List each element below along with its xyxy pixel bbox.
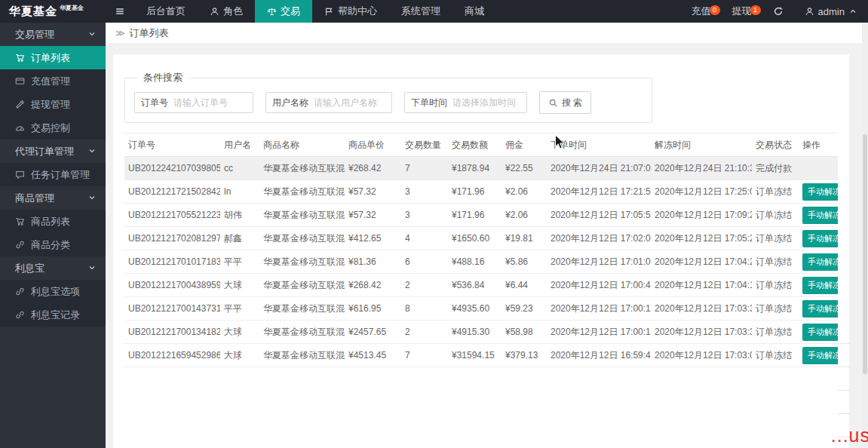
nav-item-label: 系统管理 bbox=[401, 5, 440, 18]
link-icon bbox=[15, 310, 25, 320]
sidebar-item-interest-options[interactable]: 利息宝选项 bbox=[0, 280, 106, 303]
cell-unfreeze-time: 2020年12月12日 17:03:03 bbox=[651, 344, 752, 367]
sidebar-item-label: 充值管理 bbox=[31, 75, 70, 88]
unfreeze-button[interactable]: 手动解冻 bbox=[802, 253, 838, 271]
unfreeze-button[interactable]: 手动解冻 bbox=[802, 347, 838, 364]
order-table-body: UB2012242107039805 cc 华夏基金移动互联混合 ¥268.42… bbox=[124, 157, 838, 367]
sidebar-item-product-list[interactable]: 商品列表 bbox=[0, 210, 106, 233]
cell-commission: ¥59.23 bbox=[501, 297, 547, 321]
user-icon bbox=[210, 7, 219, 17]
cell-amount: ¥1650.60 bbox=[448, 227, 501, 250]
sidebar-group-product-management[interactable]: 商品管理 bbox=[0, 186, 106, 210]
cell-amount: ¥4935.60 bbox=[448, 297, 501, 321]
sidebar-item-label: 提现管理 bbox=[31, 98, 70, 112]
sidebar-group-trade-management[interactable]: 交易管理 bbox=[0, 23, 106, 46]
cell-user: cc bbox=[220, 157, 259, 180]
unfreeze-button[interactable]: 手动解冻 bbox=[802, 183, 838, 201]
cell-commission: ¥58.98 bbox=[501, 321, 547, 344]
sidebar-item-order-list[interactable]: 订单列表 bbox=[0, 46, 106, 69]
cell-price: ¥268.42 bbox=[345, 274, 401, 297]
cart-icon bbox=[15, 53, 25, 63]
table-row[interactable]: UB2012121702081297 郝鑫 华夏基金移动互联混合 ¥412.65… bbox=[124, 227, 838, 250]
sidebar-group-agent-order-management[interactable]: 代理订单管理 bbox=[0, 140, 106, 163]
unfreeze-button[interactable]: 手动解冻 bbox=[802, 300, 838, 318]
unfreeze-button[interactable]: 手动解冻 bbox=[802, 277, 838, 294]
search-icon bbox=[548, 98, 558, 108]
chevron-down-icon bbox=[87, 193, 97, 202]
cell-order-no: UB2012242107039805 bbox=[124, 157, 220, 180]
nav-item-help[interactable]: 帮助中心 bbox=[312, 0, 389, 23]
cell-user: 郝鑫 bbox=[220, 227, 259, 250]
cell-status: 订单冻结 bbox=[752, 297, 799, 321]
cell-status: 订单冻结 bbox=[752, 227, 799, 250]
cell-product: 华夏基金移动互联混合 bbox=[259, 227, 345, 250]
nav-item-dashboard[interactable]: 后台首页 bbox=[134, 0, 198, 23]
table-row[interactable]: UB2012121700143731 平平 华夏基金移动互联混合 ¥616.95… bbox=[124, 297, 838, 321]
cell-action: 手动解冻 bbox=[799, 344, 838, 367]
table-row[interactable]: UB2012121700134182 大球 华夏基金移动互联混合 ¥2457.6… bbox=[124, 321, 838, 344]
cell-action: 手动解冻 bbox=[799, 227, 838, 250]
sidebar-group-label: 代理订单管理 bbox=[15, 146, 74, 157]
cell-qty: 6 bbox=[401, 250, 448, 274]
hamburger-icon[interactable] bbox=[106, 0, 134, 23]
nav-item-label: 角色 bbox=[223, 5, 243, 18]
table-border-fragment bbox=[838, 390, 850, 391]
sidebar-item-product-category[interactable]: 商品分类 bbox=[0, 233, 106, 256]
col-status: 交易状态 bbox=[752, 133, 799, 157]
username-field[interactable]: 用户名称 请输入用户名称 bbox=[265, 92, 392, 113]
cell-product: 华夏基金移动互联混合 bbox=[259, 250, 345, 274]
table-row[interactable]: UB2012121705521223 胡伟 华夏基金移动互联混合 ¥57.32 … bbox=[124, 204, 838, 227]
sidebar-item-trade-control[interactable]: 交易控制 bbox=[0, 116, 106, 140]
table-row[interactable]: UB2012121659452986 大球 华夏基金移动互联混合 ¥4513.4… bbox=[124, 344, 838, 367]
cell-product: 华夏基金移动互联混合 bbox=[259, 157, 345, 180]
unfreeze-button[interactable]: 手动解冻 bbox=[802, 324, 838, 341]
cell-amount: ¥536.84 bbox=[448, 274, 501, 297]
cell-price: ¥81.36 bbox=[345, 250, 401, 274]
table-row[interactable]: UB2012121700438959 大球 华夏基金移动互联混合 ¥268.42… bbox=[124, 274, 838, 297]
cell-order-no: UB2012121700134182 bbox=[124, 321, 220, 344]
refresh-icon bbox=[773, 6, 784, 17]
col-price: 商品单价 bbox=[345, 133, 401, 157]
nav-item-trade[interactable]: 交易 bbox=[255, 0, 312, 23]
sidebar-group-interest-treasure[interactable]: 利息宝 bbox=[0, 256, 106, 280]
chevron-down-icon bbox=[87, 29, 97, 38]
cell-user: 大球 bbox=[220, 274, 259, 297]
cell-unfreeze-time: 2020年12月12日 17:04:12 bbox=[651, 274, 752, 297]
sidebar-item-label: 利息宝记录 bbox=[31, 308, 80, 322]
sidebar-item-recharge-management[interactable]: 充值管理 bbox=[0, 69, 106, 93]
table-row[interactable]: UB2012242107039805 cc 华夏基金移动互联混合 ¥268.42… bbox=[124, 157, 838, 180]
cell-user: ln bbox=[220, 180, 259, 204]
scrollbar-track bbox=[862, 23, 868, 448]
col-order-time: 下单时间 bbox=[547, 133, 651, 157]
search-button[interactable]: 搜 索 bbox=[539, 91, 591, 114]
nav-item-system[interactable]: 系统管理 bbox=[389, 0, 452, 23]
unfreeze-button[interactable]: 手动解冻 bbox=[802, 207, 838, 224]
cell-status: 订单冻结 bbox=[752, 274, 799, 297]
nav-item-label: 后台首页 bbox=[146, 5, 186, 18]
table-row[interactable]: UB2012121721502842 ln 华夏基金移动互联混合 ¥57.32 … bbox=[124, 180, 838, 204]
table-row[interactable]: UB2012121701017183 平平 华夏基金移动互联混合 ¥81.36 … bbox=[124, 250, 838, 274]
col-unfreeze-time: 解冻时间 bbox=[651, 133, 752, 157]
cell-qty: 3 bbox=[401, 180, 448, 204]
nav-item-role[interactable]: 角色 bbox=[198, 0, 255, 23]
link-icon bbox=[15, 287, 25, 296]
nav-item-mall[interactable]: 商城 bbox=[452, 0, 496, 23]
cell-product: 华夏基金移动互联混合 bbox=[259, 344, 345, 367]
nav-item-label: 商城 bbox=[465, 5, 484, 18]
order-no-field[interactable]: 订单号 请输入订单号 bbox=[134, 92, 253, 113]
sidebar-item-interest-records[interactable]: 利息宝记录 bbox=[0, 303, 106, 327]
refresh-button[interactable] bbox=[762, 6, 794, 17]
cell-product: 华夏基金移动互联混合 bbox=[259, 274, 345, 297]
cell-order-time: 2020年12月12日 17:00:13 bbox=[547, 321, 651, 344]
scrollbar-thumb[interactable] bbox=[863, 134, 867, 374]
unfreeze-button[interactable]: 手动解冻 bbox=[802, 230, 838, 247]
user-menu[interactable]: admin bbox=[794, 6, 868, 17]
sidebar-item-withdraw-management[interactable]: 提现管理 bbox=[0, 93, 106, 116]
table-border-fragment bbox=[838, 413, 850, 414]
recharge-link[interactable]: 充值 0 bbox=[681, 5, 722, 18]
withdraw-link[interactable]: 提现 1 bbox=[722, 5, 762, 18]
cell-action: 手动解冻 bbox=[799, 321, 838, 344]
sidebar-item-label: 交易控制 bbox=[31, 121, 70, 135]
sidebar-item-task-order-management[interactable]: 任务订单管理 bbox=[0, 163, 106, 186]
order-time-field[interactable]: 下单时间 请选择添加时间 bbox=[404, 92, 527, 113]
